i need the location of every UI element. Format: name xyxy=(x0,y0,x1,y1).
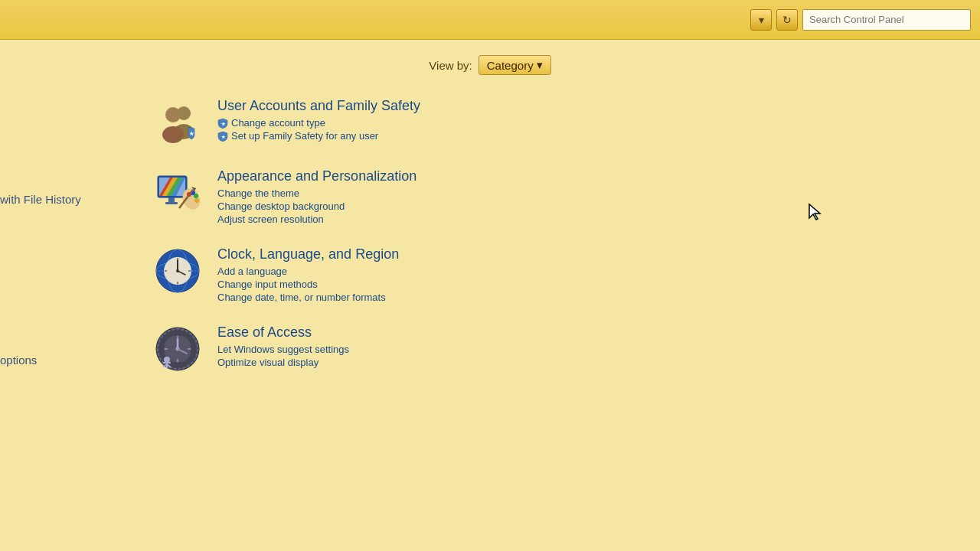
ease-of-access-text: Ease of Access Let Windows suggest setti… xyxy=(217,324,949,368)
category-label: Category xyxy=(487,59,534,72)
appearance-title[interactable]: Appearance and Personalization xyxy=(217,168,949,184)
user-accounts-icon: ★ xyxy=(153,98,202,147)
appearance-icon xyxy=(153,168,202,217)
clock-title[interactable]: Clock, Language, and Region xyxy=(217,246,949,262)
svg-text:★: ★ xyxy=(189,131,194,136)
svg-point-20 xyxy=(187,201,193,207)
top-bar: ▾ ↻ xyxy=(0,0,980,40)
windows-suggest-settings-link[interactable]: Let Windows suggest settings xyxy=(217,344,949,355)
ease-of-access-icon xyxy=(153,324,202,373)
categories-container: ★ User Accounts and Family Safety ★ Chan… xyxy=(0,98,980,373)
view-by-label: View by: xyxy=(429,59,472,72)
clock-icon xyxy=(153,246,202,295)
svg-point-18 xyxy=(194,194,198,198)
ease-of-access-title[interactable]: Ease of Access xyxy=(217,324,949,341)
svg-rect-14 xyxy=(165,202,178,204)
add-language-link[interactable]: Add a language xyxy=(217,266,949,277)
adjust-screen-resolution-link[interactable]: Adjust screen resolution xyxy=(217,214,949,225)
view-by-bar: View by: Category ▾ xyxy=(0,55,980,75)
shield-icon-1: ★ xyxy=(217,118,228,129)
category-user-accounts: ★ User Accounts and Family Safety ★ Chan… xyxy=(153,98,949,147)
user-accounts-text: User Accounts and Family Safety ★ Change… xyxy=(217,98,949,142)
category-dropdown[interactable]: Category ▾ xyxy=(479,55,551,75)
svg-point-2 xyxy=(165,107,181,122)
category-appearance: Appearance and Personalization Change th… xyxy=(153,168,949,225)
change-account-type-link[interactable]: ★ Change account type xyxy=(217,117,949,129)
change-theme-link[interactable]: Change the theme xyxy=(217,187,949,199)
category-ease-of-access: Ease of Access Let Windows suggest setti… xyxy=(153,324,949,373)
clock-text: Clock, Language, and Region Add a langua… xyxy=(217,246,949,303)
appearance-text: Appearance and Personalization Change th… xyxy=(217,168,949,225)
user-accounts-title[interactable]: User Accounts and Family Safety xyxy=(217,98,949,114)
family-safety-link[interactable]: ★ Set up Family Safety for any user xyxy=(217,130,949,142)
left-partial-file-history: with File History xyxy=(0,193,81,206)
svg-rect-13 xyxy=(168,197,175,202)
svg-point-45 xyxy=(164,357,170,363)
refresh-btn[interactable]: ↻ xyxy=(776,9,798,31)
change-input-methods-link[interactable]: Change input methods xyxy=(217,279,949,290)
change-desktop-background-link[interactable]: Change desktop background xyxy=(217,201,949,212)
dropdown-btn[interactable]: ▾ xyxy=(750,9,772,31)
left-partial-options: options xyxy=(0,354,37,367)
category-clock: Clock, Language, and Region Add a langua… xyxy=(153,246,949,303)
main-content: View by: Category ▾ with File History op… xyxy=(0,40,980,373)
svg-point-3 xyxy=(162,126,184,143)
dropdown-arrow-icon: ▾ xyxy=(537,58,543,72)
svg-point-19 xyxy=(194,198,199,203)
optimize-visual-display-link[interactable]: Optimize visual display xyxy=(217,357,949,368)
change-date-time-link[interactable]: Change date, time, or number formats xyxy=(217,292,949,303)
search-input[interactable] xyxy=(802,9,971,31)
shield-icon-2: ★ xyxy=(217,131,228,142)
